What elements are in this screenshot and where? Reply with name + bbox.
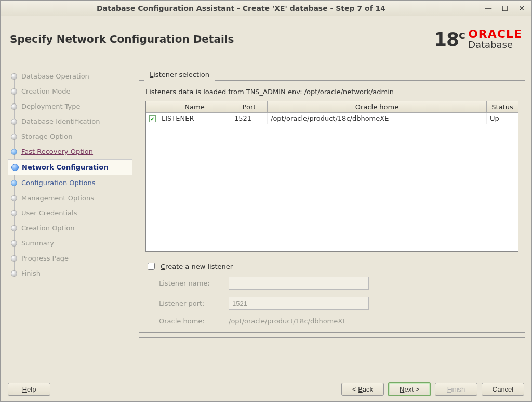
step-creation-mode[interactable]: Creation Mode [8, 84, 132, 99]
close-icon[interactable]: ✕ [516, 3, 527, 14]
dbca-window: Database Configuration Assistant - Creat… [0, 0, 532, 402]
maximize-icon[interactable]: ☐ [499, 3, 511, 14]
step-finish[interactable]: Finish [8, 266, 132, 281]
oracle-home-label: Oracle home: [159, 317, 229, 325]
step-creation-option[interactable]: Creation Option [8, 221, 132, 236]
oracle-home-value: /opt/oracle/product/18c/dbhomeXE [229, 317, 374, 325]
step-network-configuration[interactable]: Network Configuration [8, 159, 132, 175]
cell-status: Up [487, 113, 518, 124]
step-management-options[interactable]: Management Options [8, 190, 132, 205]
listener-port-field[interactable] [229, 297, 369, 310]
step-database-identification[interactable]: Database Identification [8, 114, 132, 129]
listener-selection-frame: Listener selection Listeners data is loa… [139, 69, 525, 333]
listener-port-label: Listener port: [159, 300, 229, 307]
cancel-button[interactable]: Cancel [482, 383, 524, 396]
col-port: Port [231, 101, 268, 112]
step-configuration-options[interactable]: Configuration Options [8, 175, 132, 190]
step-progress-page[interactable]: Progress Page [8, 251, 132, 266]
step-summary[interactable]: Summary [8, 236, 132, 251]
logo-version: 18c [434, 29, 465, 50]
oracle-logo: 18c ORACLE Database [434, 29, 522, 50]
col-status: Status [487, 101, 518, 112]
finish-button: Finish [435, 383, 477, 396]
step-storage-option[interactable]: Storage Option [8, 129, 132, 144]
col-oracle-home: Oracle home [268, 101, 487, 112]
body: Database Operation Creation Mode Deploym… [1, 62, 531, 377]
table-header: Name Port Oracle home Status [146, 101, 518, 113]
col-checkbox [146, 101, 158, 112]
message-area [139, 337, 525, 370]
header: Specify Network Configuration Details 18… [1, 16, 531, 62]
wizard-sidebar: Database Operation Creation Mode Deploym… [1, 62, 132, 377]
col-name: Name [158, 101, 231, 112]
cell-home: /opt/oracle/product/18c/dbhomeXE [268, 113, 487, 124]
wizard-footer: Help < Back Next > Finish Cancel [1, 377, 531, 401]
table-row[interactable]: ✔ LISTENER 1521 /opt/oracle/product/18c/… [146, 113, 518, 124]
help-button[interactable]: Help [8, 383, 50, 396]
step-deployment-type[interactable]: Deployment Type [8, 99, 132, 114]
cell-port: 1521 [231, 113, 268, 124]
minimize-icon[interactable]: — [483, 3, 494, 14]
create-new-listener-row[interactable]: Create a new listener [145, 261, 518, 271]
create-new-listener-checkbox[interactable] [148, 263, 155, 270]
window-title: Database Configuration Assistant - Creat… [5, 4, 477, 12]
create-new-listener-label: Create a new listener [161, 263, 233, 270]
step-database-operation[interactable]: Database Operation [8, 69, 132, 84]
logo-product: Database [468, 40, 522, 49]
back-button[interactable]: < Back [341, 383, 384, 396]
listener-name-field[interactable] [229, 277, 369, 290]
titlebar: Database Configuration Assistant - Creat… [1, 1, 531, 16]
new-listener-form: Listener name: Listener port: Oracle hom… [159, 277, 518, 325]
main-panel: Listener selection Listeners data is loa… [132, 62, 531, 377]
cell-name: LISTENER [158, 113, 231, 124]
tns-admin-info: Listeners data is loaded from TNS_ADMIN … [145, 88, 518, 96]
listener-name-label: Listener name: [159, 279, 229, 287]
next-button[interactable]: Next > [388, 382, 431, 396]
listeners-table: Name Port Oracle home Status ✔ LISTENER … [145, 101, 518, 252]
row-checkbox-icon[interactable]: ✔ [149, 115, 156, 122]
logo-brand: ORACLE [468, 29, 522, 40]
step-fast-recovery-option[interactable]: Fast Recovery Option [8, 144, 132, 159]
step-user-credentials[interactable]: User Credentials [8, 205, 132, 221]
page-title: Specify Network Configuration Details [10, 33, 434, 45]
tab-listener-selection[interactable]: Listener selection [144, 69, 215, 81]
